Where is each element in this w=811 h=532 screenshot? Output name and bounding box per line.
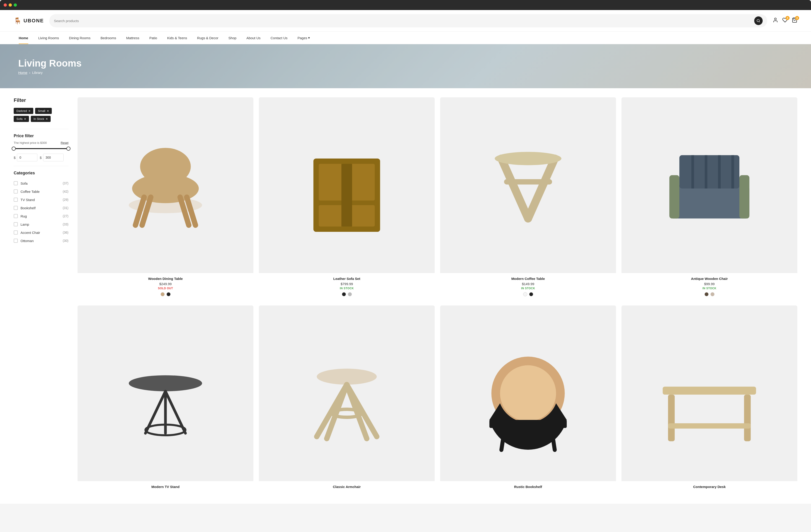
filter-tag-in-stock[interactable]: In Stock ✕ xyxy=(31,116,51,122)
svg-rect-15 xyxy=(349,205,375,226)
category-bookshelf-checkbox[interactable] xyxy=(14,206,18,210)
category-sofa[interactable]: Sofa (37) xyxy=(14,179,68,187)
close-button[interactable] xyxy=(4,3,7,6)
svg-rect-12 xyxy=(319,164,344,201)
nav-living-rooms[interactable]: Living Rooms xyxy=(33,32,64,44)
svg-rect-24 xyxy=(679,155,739,188)
product-card-4[interactable]: Antique Wooden Chair $99.99 IN STOCK xyxy=(622,97,797,300)
search-input[interactable] xyxy=(54,19,752,23)
category-ottoman-checkbox[interactable] xyxy=(14,239,18,243)
nav-patio[interactable]: Patio xyxy=(144,32,162,44)
filter-tag-small[interactable]: Small ✕ xyxy=(35,108,52,114)
product-status-2: IN STOCK xyxy=(262,287,431,290)
maximize-button[interactable] xyxy=(14,3,17,6)
category-lamp-label: Lamp xyxy=(20,222,29,226)
product-card-3[interactable]: Modern Coffee Table $149.99 IN STOCK xyxy=(440,97,616,300)
nav-mattress[interactable]: Mattress xyxy=(121,32,144,44)
color-swatch[interactable] xyxy=(167,292,171,296)
product-card-6[interactable]: Classic Armchair xyxy=(259,306,435,495)
product-card-7[interactable]: Rustic Bookshelf xyxy=(440,306,616,495)
svg-rect-13 xyxy=(349,164,375,201)
price-slider-max-thumb[interactable] xyxy=(66,146,71,151)
price-info: The highest price is $300 Reset xyxy=(14,141,68,144)
product-card-2[interactable]: Leather Sofa Set $799.99 IN STOCK xyxy=(259,97,435,300)
category-tv-stand[interactable]: TV Stand (29) xyxy=(14,195,68,204)
category-lamp[interactable]: Lamp (33) xyxy=(14,220,68,229)
logo[interactable]: 🪑 UBONE xyxy=(14,17,44,25)
product-status-4: IN STOCK xyxy=(625,287,794,290)
navigation: Home Living Rooms Dining Rooms Bedrooms … xyxy=(0,32,811,44)
wishlist-button[interactable]: 0 xyxy=(782,17,788,24)
category-coffee-table-label: Coffee Table xyxy=(20,190,40,193)
nav-home[interactable]: Home xyxy=(14,32,33,44)
filter-tag-sofa-close[interactable]: ✕ xyxy=(24,118,26,121)
product-info-2: Leather Sofa Set $799.99 IN STOCK xyxy=(259,273,435,300)
product-status-1: SOLD OUT xyxy=(81,287,250,290)
filter-tag-small-close[interactable]: ✕ xyxy=(47,109,49,113)
category-accent-chair[interactable]: Accent Chair (36) xyxy=(14,229,68,237)
category-rug-checkbox[interactable] xyxy=(14,214,18,218)
category-rug-count: (27) xyxy=(63,214,68,218)
nav-rugs-decor[interactable]: Rugs & Decor xyxy=(192,32,223,44)
category-rug[interactable]: Rug (27) xyxy=(14,212,68,220)
nav-pages[interactable]: Pages ▾ xyxy=(292,32,315,44)
product-svg-6 xyxy=(280,327,413,460)
filter-tag-in-stock-close[interactable]: ✕ xyxy=(46,118,48,121)
reset-button[interactable]: Reset xyxy=(61,141,68,144)
product-swatches-1 xyxy=(81,292,250,296)
filter-tag-darkred[interactable]: Darkred ✕ xyxy=(14,108,33,114)
category-accent-chair-checkbox[interactable] xyxy=(14,231,18,235)
color-swatch[interactable] xyxy=(529,292,533,296)
nav-shop[interactable]: Shop xyxy=(224,32,242,44)
category-lamp-checkbox[interactable] xyxy=(14,222,18,226)
category-coffee-table-checkbox[interactable] xyxy=(14,189,18,193)
breadcrumb: Home › Library xyxy=(18,71,793,75)
filter-tag-sofa[interactable]: Sofa ✕ xyxy=(14,116,29,122)
cart-button[interactable]: 0 xyxy=(792,17,797,24)
color-swatch[interactable] xyxy=(160,292,165,296)
nav-bedrooms[interactable]: Bedrooms xyxy=(95,32,121,44)
product-image-1 xyxy=(78,97,254,273)
product-card-8[interactable]: Contemporary Desk xyxy=(622,306,797,495)
divider-1 xyxy=(14,129,68,129)
minimize-button[interactable] xyxy=(9,3,12,6)
category-bookshelf[interactable]: Bookshelf (31) xyxy=(14,204,68,212)
nav-kids-teens[interactable]: Kids & Teens xyxy=(162,32,192,44)
price-slider-track xyxy=(14,148,68,149)
product-info-1: Wooden Dining Table $249.99 SOLD OUT xyxy=(78,273,254,300)
price-min-input[interactable] xyxy=(17,154,37,161)
category-tv-stand-checkbox[interactable] xyxy=(14,198,18,202)
category-sofa-checkbox[interactable] xyxy=(14,181,18,185)
filter-tag-in-stock-label: In Stock xyxy=(33,117,44,121)
hero-banner: Living Rooms Home › Library xyxy=(0,44,811,88)
filter-tag-darkred-close[interactable]: ✕ xyxy=(28,109,31,113)
product-svg-8 xyxy=(643,327,776,460)
user-button[interactable] xyxy=(773,17,778,24)
color-swatch[interactable] xyxy=(348,292,352,296)
svg-rect-46 xyxy=(668,394,675,441)
category-coffee-table[interactable]: Coffee Table (42) xyxy=(14,187,68,195)
product-name-2: Leather Sofa Set xyxy=(262,277,431,281)
price-slider-min-thumb[interactable] xyxy=(12,146,16,151)
category-sofa-label: Sofa xyxy=(20,182,28,185)
breadcrumb-home[interactable]: Home xyxy=(18,71,27,75)
nav-about-us[interactable]: About Us xyxy=(242,32,266,44)
category-ottoman[interactable]: Ottoman (30) xyxy=(14,237,68,245)
svg-rect-23 xyxy=(739,175,749,219)
nav-contact-us[interactable]: Contact Us xyxy=(265,32,292,44)
search-button[interactable] xyxy=(754,16,763,25)
product-price-3: $149.99 xyxy=(444,282,612,286)
product-info-6: Classic Armchair xyxy=(259,481,435,495)
logo-text: UBONE xyxy=(24,18,44,24)
nav-dining-rooms[interactable]: Dining Rooms xyxy=(64,32,95,44)
highest-price-text: The highest price is $300 xyxy=(14,141,47,144)
main-content: Filter Darkred ✕ Small ✕ Sofa ✕ In Stock… xyxy=(0,88,811,504)
price-slider-container xyxy=(14,148,68,149)
price-max-input[interactable] xyxy=(43,154,64,161)
color-swatch[interactable] xyxy=(523,292,527,296)
color-swatch[interactable] xyxy=(710,292,715,296)
product-card-1[interactable]: Wooden Dining Table $249.99 SOLD OUT xyxy=(78,97,254,300)
color-swatch[interactable] xyxy=(342,292,346,296)
color-swatch[interactable] xyxy=(704,292,708,296)
product-card-5[interactable]: Modern TV Stand xyxy=(78,306,254,495)
